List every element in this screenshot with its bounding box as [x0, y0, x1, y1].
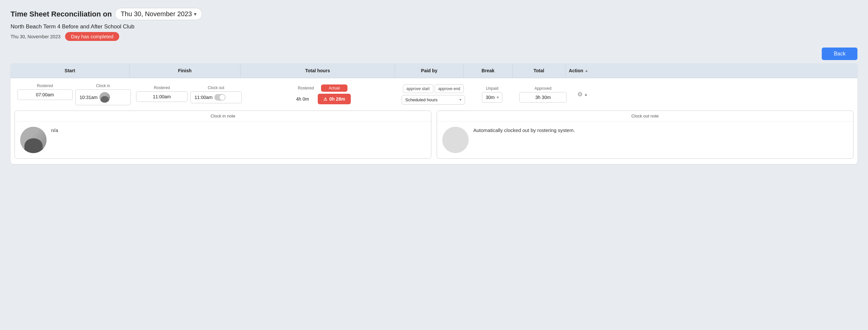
finish-clockout-value: 11:00am: [190, 91, 242, 103]
col-action-label: Action: [569, 68, 583, 73]
col-head-start: Start: [10, 63, 129, 78]
total-hours-cell: Rostered Actual 4h 0m ⚠ 0h 28m: [244, 85, 399, 104]
clock-out-note-header: Clock out note: [437, 111, 853, 122]
back-button[interactable]: Back: [822, 47, 858, 60]
paid-by-cell: approve start approve end Scheduled hour…: [399, 85, 468, 105]
finish-clockout-label: Clock out: [208, 86, 224, 90]
col-head-total: Total: [513, 63, 565, 78]
clock-in-note-text: n/a: [51, 127, 58, 134]
col-head-break: Break: [464, 63, 513, 78]
finish-rostered-col: Rostered 11:00am: [136, 86, 188, 103]
warning-icon: ⚠: [323, 97, 327, 102]
finish-cell: Rostered 11:00am Clock out 11:00am: [133, 86, 244, 103]
clock-in-avatar: [20, 127, 46, 153]
break-chevron-icon: ▾: [497, 95, 499, 100]
table-row: Rostered 07:00am Clock in 10:31am: [14, 84, 854, 105]
finish-clockout-col: Clock out 11:00am: [190, 86, 242, 103]
total-actual-badge: ⚠ 0h 28m: [318, 94, 351, 104]
total-actual-label: Actual: [321, 85, 347, 92]
date-selector[interactable]: Thu 30, November 2023 ▾: [115, 8, 202, 20]
subtitle: North Beach Term 4 Before and After Scho…: [10, 24, 858, 30]
total-approved-label: Approved: [534, 86, 551, 91]
paid-by-select[interactable]: Scheduled hours ▾: [402, 95, 465, 105]
finish-rostered-value: 11:00am: [136, 91, 188, 102]
col-head-paid-by: Paid by: [395, 63, 464, 78]
toggle-clockout[interactable]: [214, 94, 225, 101]
gear-icon[interactable]: ⚙: [577, 91, 583, 98]
chevron-down-icon: ▾: [194, 11, 196, 17]
row-collapse-icon[interactable]: ▲: [584, 92, 588, 97]
col-head-action: Action ▲: [565, 63, 592, 78]
clock-in-note-box: Clock in note n/a: [14, 110, 431, 159]
break-cell: Unpaid 30m ▾: [468, 86, 517, 103]
break-value[interactable]: 30m ▾: [482, 92, 502, 103]
notes-row: Clock in note n/a Clock out note Automat…: [14, 110, 854, 159]
approve-start-button[interactable]: approve start: [403, 85, 433, 93]
start-cell: Rostered 07:00am Clock in 10:31am: [14, 84, 133, 105]
start-rostered-value: 07:00am: [17, 90, 73, 100]
break-unpaid-label: Unpaid: [486, 86, 498, 91]
total-value: 3h 30m: [519, 92, 567, 103]
col-head-total-hours: Total hours: [241, 63, 395, 78]
start-rostered-label: Rostered: [37, 84, 53, 88]
clock-out-note-text: Automatically clocked out by rostering s…: [473, 127, 575, 134]
avatar: [99, 92, 110, 103]
date-label: Thu 30, November 2023: [121, 10, 192, 18]
approve-end-button[interactable]: approve end: [435, 85, 464, 93]
start-clockin-col: Clock in 10:31am: [75, 84, 131, 105]
start-rostered-col: Rostered 07:00am: [17, 84, 73, 105]
total-rostered-value: 4h 0m: [292, 96, 312, 102]
action-sort-icon: ▲: [585, 68, 589, 73]
status-date: Thu 30, November 2023: [10, 34, 60, 39]
clock-out-note-box: Clock out note Automatically clocked out…: [437, 110, 854, 159]
table-header: Start Finish Total hours Paid by Break T…: [10, 63, 858, 78]
paid-by-value: Scheduled hours: [405, 97, 438, 102]
clock-out-avatar: [442, 127, 469, 153]
table-body: Rostered 07:00am Clock in 10:31am: [10, 78, 858, 164]
total-cell: Approved 3h 30m: [517, 86, 569, 103]
total-actual-value: 0h 28m: [329, 96, 345, 102]
paid-by-chevron-icon: ▾: [459, 97, 461, 102]
action-cell: ⚙ ▲: [569, 91, 596, 98]
page-title-prefix: Time Sheet Reconciliation on: [10, 10, 112, 19]
col-head-finish: Finish: [129, 63, 241, 78]
finish-rostered-label: Rostered: [154, 86, 170, 90]
clock-in-note-header: Clock in note: [15, 111, 431, 122]
total-rostered-label: Rostered: [296, 86, 316, 91]
start-clockin-label: Clock in: [96, 84, 110, 88]
day-completed-badge: Day has completed: [65, 32, 119, 41]
start-clockin-value: 10:31am: [75, 90, 131, 105]
timesheet-table: Start Finish Total hours Paid by Break T…: [10, 63, 858, 164]
